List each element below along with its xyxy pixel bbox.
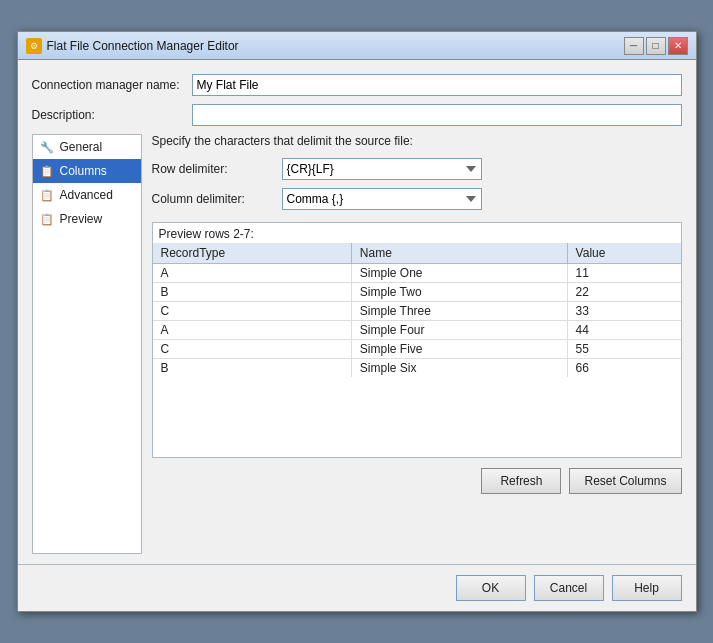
table-cell: 44 bbox=[567, 321, 680, 340]
close-button[interactable]: ✕ bbox=[668, 37, 688, 55]
ok-button[interactable]: OK bbox=[456, 575, 526, 601]
table-header-row: RecordType Name Value bbox=[153, 243, 681, 264]
main-body: 🔧 General 📋 Columns 📋 Advanced 📋 Preview bbox=[32, 134, 682, 554]
sidebar-item-general[interactable]: 🔧 General bbox=[33, 135, 141, 159]
app-icon: ⚙ bbox=[26, 38, 42, 54]
panel-description: Specify the characters that delimit the … bbox=[152, 134, 682, 148]
title-bar: ⚙ Flat File Connection Manager Editor ─ … bbox=[18, 32, 696, 60]
advanced-icon: 📋 bbox=[39, 187, 55, 203]
table-row: BSimple Two22 bbox=[153, 283, 681, 302]
sidebar-item-columns[interactable]: 📋 Columns bbox=[33, 159, 141, 183]
content-area: Connection manager name: Description: 🔧 … bbox=[18, 60, 696, 564]
table-cell: A bbox=[153, 264, 352, 283]
table-cell: Simple Six bbox=[351, 359, 567, 378]
table-cell: 11 bbox=[567, 264, 680, 283]
column-delimiter-label: Column delimiter: bbox=[152, 192, 282, 206]
reset-columns-button[interactable]: Reset Columns bbox=[569, 468, 681, 494]
connection-name-input[interactable] bbox=[192, 74, 682, 96]
sidebar-item-general-label: General bbox=[60, 140, 103, 154]
action-buttons: Refresh Reset Columns bbox=[152, 468, 682, 494]
table-cell: Simple Four bbox=[351, 321, 567, 340]
column-delimiter-row: Column delimiter: Comma {,} Tab Semicolo… bbox=[152, 188, 682, 210]
table-cell: B bbox=[153, 283, 352, 302]
table-cell: 22 bbox=[567, 283, 680, 302]
col-header-recordtype: RecordType bbox=[153, 243, 352, 264]
title-bar-left: ⚙ Flat File Connection Manager Editor bbox=[26, 38, 239, 54]
table-cell: 66 bbox=[567, 359, 680, 378]
connection-name-row: Connection manager name: bbox=[32, 74, 682, 96]
right-panel: Specify the characters that delimit the … bbox=[152, 134, 682, 554]
column-delimiter-select[interactable]: Comma {,} Tab Semicolon {;} Pipe {|} bbox=[282, 188, 482, 210]
footer: OK Cancel Help bbox=[18, 564, 696, 611]
table-cell: C bbox=[153, 340, 352, 359]
preview-table: RecordType Name Value ASimple One11BSimp… bbox=[153, 243, 681, 377]
title-bar-buttons: ─ □ ✕ bbox=[624, 37, 688, 55]
sidebar-item-advanced-label: Advanced bbox=[60, 188, 113, 202]
sidebar-item-advanced[interactable]: 📋 Advanced bbox=[33, 183, 141, 207]
sidebar-item-preview-label: Preview bbox=[60, 212, 103, 226]
help-button[interactable]: Help bbox=[612, 575, 682, 601]
row-delimiter-label: Row delimiter: bbox=[152, 162, 282, 176]
table-row: ASimple Four44 bbox=[153, 321, 681, 340]
cancel-button[interactable]: Cancel bbox=[534, 575, 604, 601]
row-delimiter-select[interactable]: {CR}{LF} {CR} {LF} {none} bbox=[282, 158, 482, 180]
preview-icon: 📋 bbox=[39, 211, 55, 227]
table-row: ASimple One11 bbox=[153, 264, 681, 283]
table-cell: Simple Three bbox=[351, 302, 567, 321]
col-header-value: Value bbox=[567, 243, 680, 264]
description-input[interactable] bbox=[192, 104, 682, 126]
table-cell: A bbox=[153, 321, 352, 340]
preview-spacer bbox=[153, 377, 681, 457]
general-icon: 🔧 bbox=[39, 139, 55, 155]
row-delimiter-row: Row delimiter: {CR}{LF} {CR} {LF} {none} bbox=[152, 158, 682, 180]
columns-icon: 📋 bbox=[39, 163, 55, 179]
table-row: CSimple Three33 bbox=[153, 302, 681, 321]
table-row: BSimple Six66 bbox=[153, 359, 681, 378]
maximize-button[interactable]: □ bbox=[646, 37, 666, 55]
minimize-button[interactable]: ─ bbox=[624, 37, 644, 55]
main-window: ⚙ Flat File Connection Manager Editor ─ … bbox=[17, 31, 697, 612]
table-cell: Simple Two bbox=[351, 283, 567, 302]
table-cell: Simple One bbox=[351, 264, 567, 283]
table-cell: C bbox=[153, 302, 352, 321]
table-cell: Simple Five bbox=[351, 340, 567, 359]
description-row: Description: bbox=[32, 104, 682, 126]
table-row: CSimple Five55 bbox=[153, 340, 681, 359]
table-cell: B bbox=[153, 359, 352, 378]
preview-section: Preview rows 2-7: RecordType Name Value … bbox=[152, 222, 682, 458]
col-header-name: Name bbox=[351, 243, 567, 264]
preview-title: Preview rows 2-7: bbox=[153, 223, 681, 243]
window-title: Flat File Connection Manager Editor bbox=[47, 39, 239, 53]
description-label: Description: bbox=[32, 108, 192, 122]
connection-name-label: Connection manager name: bbox=[32, 78, 192, 92]
sidebar-item-columns-label: Columns bbox=[60, 164, 107, 178]
table-cell: 33 bbox=[567, 302, 680, 321]
sidebar-item-preview[interactable]: 📋 Preview bbox=[33, 207, 141, 231]
table-cell: 55 bbox=[567, 340, 680, 359]
delimiter-section: Row delimiter: {CR}{LF} {CR} {LF} {none}… bbox=[152, 158, 682, 210]
refresh-button[interactable]: Refresh bbox=[481, 468, 561, 494]
sidebar: 🔧 General 📋 Columns 📋 Advanced 📋 Preview bbox=[32, 134, 142, 554]
